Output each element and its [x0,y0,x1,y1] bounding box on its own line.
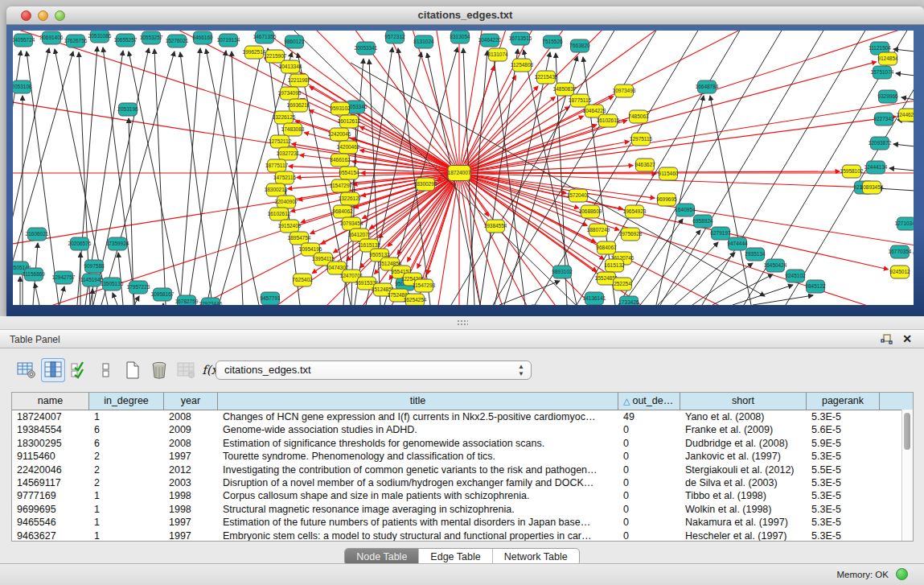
graph-node[interactable]: 17359924 [106,237,129,250]
graph-node[interactable]: 6958924 [692,215,713,228]
graph-node[interactable]: 10655257 [114,34,138,47]
graph-node[interactable]: 9572312 [384,31,405,43]
graph-node[interactable]: 20691406 [40,31,64,44]
graph-node[interactable]: 12446223 [897,109,914,122]
memory-status-indicator[interactable] [896,568,908,580]
table-source-select[interactable]: citations_edges.txt ▲▼ [216,360,532,380]
graph-node[interactable]: 12444134 [864,161,888,174]
graph-node[interactable]: 17957223 [127,281,150,294]
table-row[interactable]: 1938455462009Genome-wide association stu… [12,423,913,436]
graph-node[interactable]: 9457791 [260,292,281,305]
graph-node[interactable]: 10413344 [279,60,302,73]
table-vertical-scrollbar[interactable] [901,410,913,541]
graph-node[interactable]: 9474444 [727,237,748,250]
graph-node[interactable]: 7485063 [628,110,649,123]
graph-node[interactable]: 8131074 [487,48,508,61]
graph-node[interactable]: 9845122 [805,280,826,293]
column-header-year[interactable]: year [164,393,218,410]
graph-node[interactable]: 9329966 [877,90,898,103]
graph-node[interactable]: 9593102 [330,102,351,115]
graph-node[interactable]: 11547293 [413,279,436,292]
graph-node[interactable]: 18300213 [265,183,288,196]
graph-node[interactable]: 8466162 [330,154,351,167]
graph-node[interactable]: 19152409 [278,220,302,233]
graph-node[interactable]: 8466160 [192,31,213,44]
graph-node[interactable]: 18775117 [265,159,289,172]
table-settings-button[interactable] [14,358,39,382]
tab-network-table[interactable]: Network Table [493,549,579,565]
graph-node[interactable]: 12211987 [288,74,311,87]
column-header-name[interactable]: name [12,393,89,410]
graph-node[interactable]: 2053108 [13,80,32,93]
splitter-handle-icon[interactable] [457,319,468,325]
graph-node[interactable]: 9124854 [877,52,898,65]
panel-splitter[interactable] [0,316,924,329]
graph-node[interactable]: 13226127 [339,192,362,205]
scrollbar-thumb[interactable] [904,413,910,450]
graph-node[interactable]: 15276021 [166,35,189,47]
graph-node[interactable]: 7515526 [542,35,563,48]
graph-node[interactable]: 19756928 [619,228,643,241]
network-canvas[interactable]: 2405572420691406176267562053108610655257… [13,31,914,305]
rows-button[interactable] [94,358,118,382]
graph-node[interactable]: 20531086 [88,31,112,43]
graph-node[interactable]: 9699695 [656,193,677,206]
graph-node[interactable]: 14752115 [273,171,297,184]
graph-node[interactable]: 11254808 [511,59,534,72]
graph-node[interactable]: 16450424 [764,259,787,272]
graph-node[interactable]: 13226125 [273,111,296,124]
graph-node[interactable]: 9860121 [284,35,305,48]
graph-node[interactable]: 16782759 [175,295,199,305]
trash-button[interactable] [147,358,171,382]
graph-node[interactable]: 16254254 [404,294,427,305]
graph-node[interactable]: 19962514 [243,46,266,59]
table-row[interactable]: 946554611997Estimation of the future num… [12,516,913,529]
graph-node[interactable]: 12752112 [269,135,292,148]
graph-node[interactable]: 12710345 [895,217,914,230]
graph-node[interactable]: 7625402 [292,274,313,286]
graph-node[interactable]: 10464220 [478,34,502,47]
graph-node[interactable]: 9463627 [634,159,655,171]
graph-node[interactable]: 18807249 [587,224,610,237]
graph-node[interactable]: 15958102 [840,165,864,178]
graph-node[interactable]: 10327231 [277,147,300,160]
graph-node[interactable]: 2935134 [745,248,766,261]
new-file-button[interactable] [121,358,145,382]
graph-node[interactable]: 10893454 [860,181,884,194]
graph-node[interactable]: 9227343 [873,113,894,126]
graph-node[interactable]: 8313054 [450,31,470,43]
graph-node[interactable]: 12215439 [535,71,558,84]
table-row[interactable]: 1830029562008Estimation of significance … [12,437,913,450]
graph-node[interactable]: 8131024 [413,35,434,48]
graph-node[interactable]: 252254 [614,278,632,290]
row-selection-button[interactable] [68,358,92,382]
graph-node[interactable]: 10688609 [579,205,602,218]
tab-edge-table[interactable]: Edge Table [419,549,492,565]
graph-node[interactable]: 16648784 [696,80,719,93]
table-row[interactable]: 911546021997Tourette syndrome. Phenomeno… [12,450,913,463]
graph-node[interactable]: 18724007 [448,166,471,181]
graph-node[interactable]: 7663820 [569,39,590,52]
graph-node[interactable]: 9684067 [596,241,617,254]
graph-node[interactable]: 12420046 [328,128,351,141]
column-header-out_de[interactable]: △out_de… [618,393,680,410]
graph-node[interactable]: 9097588 [84,260,105,273]
graph-node[interactable]: 20206576 [68,237,92,250]
graph-node[interactable]: 14200462 [337,141,360,154]
graph-node[interactable]: 16770354 [889,245,912,258]
graph-node[interactable]: 21606021 [26,228,49,241]
graph-node[interactable]: 14671355 [253,31,277,43]
graph-node[interactable]: 12975115 [630,133,653,146]
column-header-in_degree[interactable]: in_degree [89,393,164,410]
graph-node[interactable]: 1733426 [618,296,639,305]
graph-node[interactable]: 16012612 [338,115,361,128]
graph-node[interactable]: 10973493 [613,84,636,97]
graph-node[interactable]: 17483083 [281,123,305,136]
graph-node[interactable]: 9893102 [552,266,573,278]
graph-node[interactable]: 19734093 [278,87,302,100]
column-chooser-button[interactable] [41,358,65,382]
table-row[interactable]: 946362711997Embryonic stem cells: a mode… [12,529,913,542]
table-row[interactable]: 1456911722003Disruption of a novel membe… [12,476,913,489]
graph-node[interactable]: 9684062 [332,205,353,218]
column-header-title[interactable]: title [218,393,618,410]
